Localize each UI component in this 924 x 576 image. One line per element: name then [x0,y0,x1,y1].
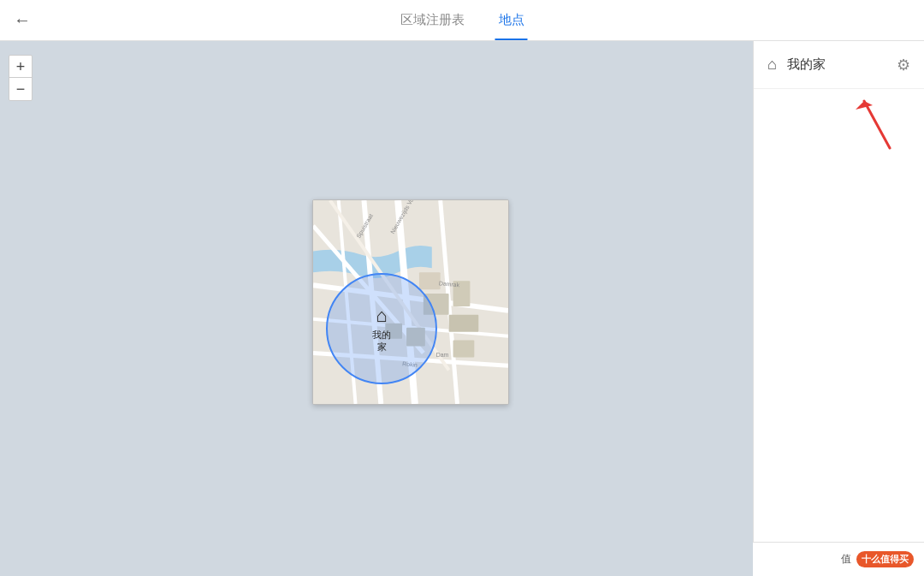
panel-location-label: 我的家 [787,56,897,73]
house-icon-map: ⌂ [376,305,387,327]
location-label-map: 我的 家 [372,329,391,353]
red-arrow-annotation [856,88,907,160]
app-header: ← 区域注册表 地点 [0,0,924,41]
home-icon: ⌂ [767,56,777,74]
svg-text:Dam: Dam [436,352,449,358]
tab-registry[interactable]: 区域注册表 [397,0,468,40]
map-area[interactable]: + − [0,41,753,576]
header-tabs: 区域注册表 地点 [397,0,528,40]
tab-location[interactable]: 地点 [495,0,528,40]
settings-icon[interactable]: ⚙ [897,56,910,74]
svg-line-22 [864,101,890,148]
panel-location-item: ⌂ 我的家 ⚙ [754,41,924,89]
bottom-logo-text: 值 [841,552,851,567]
bottom-logo-badge: 十么值得买 [856,551,914,567]
zoom-in-button[interactable]: + [9,56,32,78]
main-content: + − [0,41,924,576]
svg-rect-14 [453,341,475,358]
svg-rect-10 [419,272,441,289]
svg-rect-13 [449,315,479,332]
zoom-controls: + − [9,55,33,101]
zoom-out-button[interactable]: − [9,78,32,100]
right-panel: ⌂ 我的家 ⚙ 值 十么值得买 [753,41,924,576]
back-button[interactable]: ← [14,10,31,30]
map-thumbnail: Spuistraat Nieuwezijds Voorburgwal Damra… [312,199,509,405]
location-circle: ⌂ 我的 家 [326,273,437,384]
bottom-bar: 值 十么值得买 [753,542,924,576]
back-arrow-icon: ← [14,10,31,30]
svg-marker-23 [856,101,873,110]
